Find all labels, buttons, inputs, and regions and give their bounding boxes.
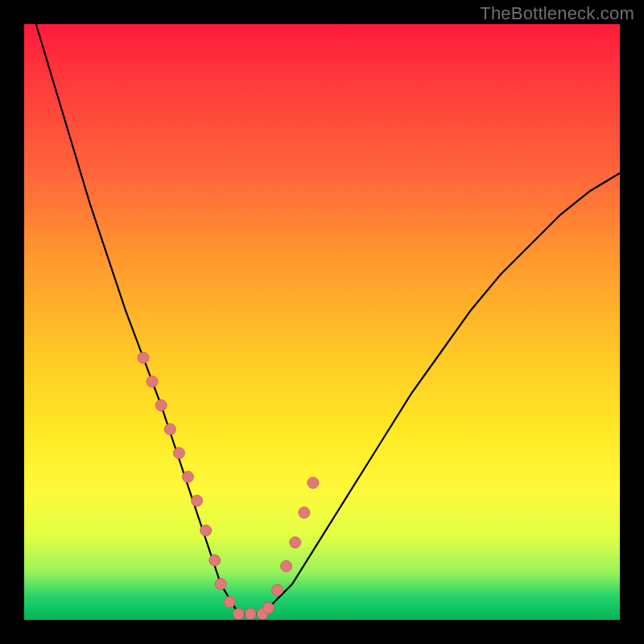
highlight-dot <box>224 597 235 608</box>
highlight-dot <box>173 448 184 459</box>
highlight-dot <box>245 609 256 620</box>
highlight-dot <box>164 423 175 435</box>
highlight-dot <box>299 507 310 518</box>
highlight-dot <box>209 555 221 566</box>
highlight-dot <box>290 537 301 548</box>
highlight-dot <box>308 477 319 489</box>
chart-svg <box>24 24 620 620</box>
chart-plot-area <box>24 24 620 620</box>
highlight-dot <box>155 400 167 411</box>
bottleneck-curve <box>36 24 620 614</box>
highlight-dot <box>183 471 194 482</box>
highlight-dots-group <box>138 352 319 619</box>
highlight-dot <box>200 525 212 536</box>
highlight-dot <box>262 602 274 613</box>
highlight-dot <box>281 560 292 572</box>
chart-frame: TheBottleneck.com <box>0 0 644 644</box>
highlight-dot <box>138 352 149 363</box>
highlight-dot <box>192 495 203 506</box>
highlight-dot <box>233 609 244 620</box>
highlight-dot <box>147 376 158 387</box>
highlight-dot <box>272 584 283 596</box>
watermark-text: TheBottleneck.com <box>480 3 634 24</box>
highlight-dot <box>215 579 226 590</box>
